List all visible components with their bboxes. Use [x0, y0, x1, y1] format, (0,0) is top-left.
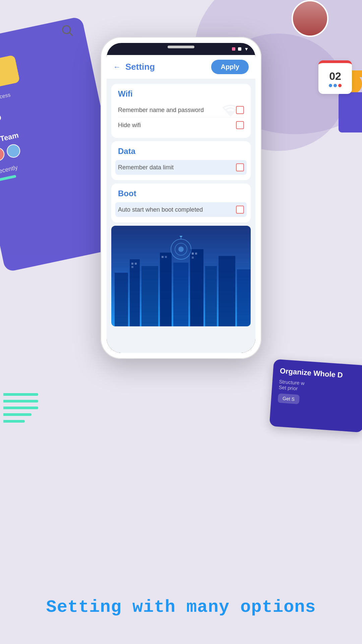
status-indicator-3: ▼	[244, 46, 249, 52]
data-section: Data Remember data limit	[111, 141, 251, 180]
boot-section-title: Boot	[118, 189, 244, 198]
wifi-section: Wifi Remember name and password	[111, 84, 251, 138]
svg-rect-14	[219, 256, 235, 326]
status-indicator-1	[232, 47, 235, 51]
tagline-text: Setting with many options	[0, 597, 362, 617]
svg-point-0	[63, 26, 70, 34]
apply-button[interactable]: Apply	[211, 60, 249, 74]
remember-wifi-label: Remember name and password	[118, 107, 204, 114]
svg-rect-18	[131, 266, 133, 268]
remember-data-label: Remember data limit	[118, 164, 174, 171]
svg-point-28	[180, 236, 182, 237]
svg-rect-9	[141, 266, 158, 326]
svg-rect-7	[115, 273, 128, 326]
auto-start-label: Auto start when boot completed	[118, 206, 203, 213]
svg-rect-10	[160, 253, 172, 326]
phone-mockup: ▼ ← Setting Apply Wifi	[101, 37, 261, 359]
progress-bar	[0, 175, 16, 181]
page-title: Setting	[125, 62, 206, 72]
remember-data-row[interactable]: Remember data limit	[115, 160, 247, 175]
auto-start-checkbox[interactable]	[236, 206, 244, 214]
svg-rect-20	[165, 256, 167, 258]
svg-rect-19	[162, 256, 164, 258]
search-icon	[60, 23, 74, 37]
data-section-title: Data	[118, 147, 244, 156]
svg-rect-15	[237, 269, 250, 326]
app-header: ← Setting Apply	[107, 55, 255, 79]
boot-section: Boot Auto start when boot completed	[111, 183, 251, 222]
avatar-1	[0, 146, 6, 162]
get-label: Get S	[278, 393, 300, 404]
wifi-bg-icon	[217, 98, 244, 124]
avatar-2	[5, 143, 21, 159]
city-bg	[111, 226, 251, 326]
phone-screen: ▼ ← Setting Apply Wifi	[107, 43, 255, 353]
calendar-date: 02	[329, 70, 341, 83]
avatar-top	[292, 0, 328, 37]
status-bar: ▼	[107, 43, 255, 55]
green-lines	[3, 388, 44, 429]
phone-inner: ▼ ← Setting Apply Wifi	[107, 43, 255, 353]
svg-rect-17	[135, 263, 137, 265]
svg-rect-16	[131, 263, 133, 265]
bottom-tagline-area: Setting with many options	[0, 597, 362, 617]
svg-line-1	[70, 33, 73, 36]
svg-rect-8	[130, 259, 140, 326]
process-label: process	[0, 92, 11, 102]
svg-rect-13	[205, 266, 217, 326]
complete-number: 58	[0, 65, 15, 86]
svg-rect-22	[195, 253, 197, 255]
svg-point-26	[178, 247, 184, 252]
phone-speaker	[168, 46, 194, 48]
remember-data-checkbox[interactable]	[236, 163, 244, 171]
settings-content[interactable]: Wifi Remember name and password	[107, 79, 255, 353]
svg-rect-11	[173, 263, 188, 326]
organize-card: Organize Whole D Structure w Set prior G…	[269, 359, 362, 432]
network-icon	[168, 236, 194, 263]
back-button[interactable]: ←	[113, 63, 121, 71]
auto-start-row[interactable]: Auto start when boot completed	[115, 202, 247, 217]
status-indicator-2	[238, 47, 241, 51]
hide-wifi-label: Hide wifi	[118, 122, 141, 129]
